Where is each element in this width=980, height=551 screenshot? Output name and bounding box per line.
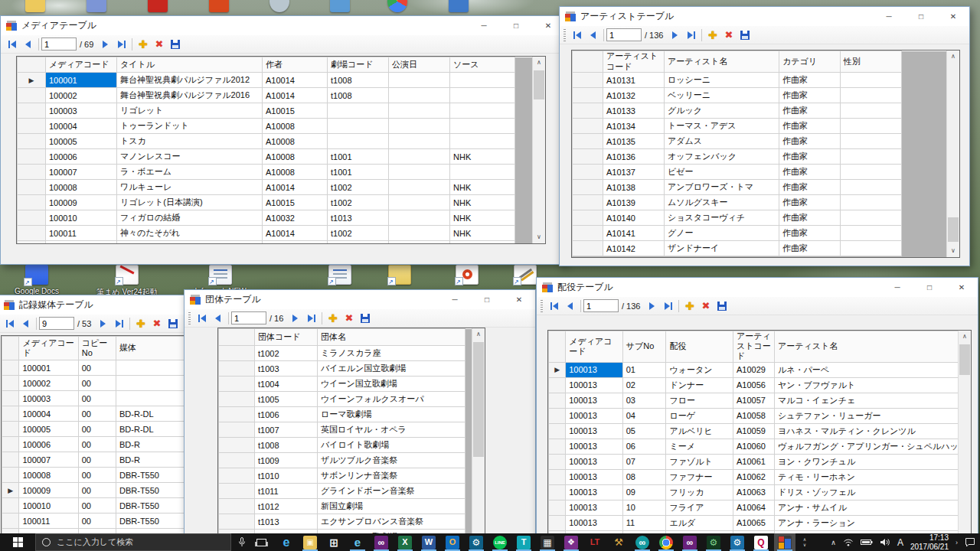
grid-cell[interactable]: A10132 [603,88,665,103]
move-next-button[interactable] [644,298,660,314]
grid-cell[interactable]: 作曲家 [779,149,841,165]
grid-cell[interactable]: 04 [622,408,666,423]
column-header[interactable]: メディアコード [46,57,117,73]
grid-cell[interactable]: フライア [666,500,733,515]
grid-cell[interactable]: 100003 [46,103,117,119]
grid-cell[interactable]: リゴレット(日本講演) [117,195,263,210]
titlebar[interactable]: メディアテーブル ─ □ ✕ [1,16,564,35]
grid-cell[interactable]: 作曲家 [779,165,841,180]
grid-cell[interactable]: t1013 [255,514,318,530]
grid-cell[interactable]: A10057 [733,393,774,408]
move-last-button[interactable] [113,37,129,52]
grid-cell[interactable]: A10135 [603,134,665,149]
grid-cell[interactable]: 06 [622,439,666,454]
save-button[interactable] [357,311,373,326]
grid-cell[interactable]: 作曲家 [779,226,841,241]
scrollbar-thumb[interactable] [948,217,959,242]
column-header[interactable]: アーティスト名 [775,331,971,363]
grid-cell[interactable]: ドンナー [666,377,733,393]
grid-cell[interactable]: 11 [622,515,666,530]
wifi-icon[interactable] [843,538,854,546]
column-header[interactable]: コピーNo [78,337,116,360]
disc-icon[interactable] [270,0,289,12]
grid-cell[interactable]: 100008 [19,468,78,483]
grid-cell[interactable]: ムソルグスキー [665,195,779,210]
taskbar-clock[interactable]: 17:13 2017/06/21 [910,533,949,551]
row-header[interactable] [2,452,19,468]
purple-app-taskbar-button[interactable]: ❖ [560,533,582,551]
internet-explorer-taskbar-button[interactable]: e [347,533,368,551]
move-last-button[interactable] [111,316,127,331]
row-header[interactable] [549,439,566,454]
grid-cell[interactable]: ウイーン国立歌劇場 [318,377,466,392]
grid-cell[interactable]: 作曲家 [779,88,841,103]
teal-app-taskbar-button[interactable]: T [513,533,534,551]
grid-cell[interactable] [841,226,902,241]
row-header[interactable] [2,422,19,437]
grid-cell[interactable] [389,149,450,165]
grid-cell[interactable]: t1002 [255,346,318,361]
add-new-button[interactable]: ✚ [132,316,149,331]
folder-icon[interactable] [25,0,45,12]
grid-cell[interactable]: ヴォルフガング・アプリンガー・シュペルハック [775,439,971,454]
gear-app-taskbar-button[interactable]: ⚙ [466,533,487,551]
grid-cell[interactable]: フロー [666,393,733,408]
grid-cell[interactable]: t1006 [255,407,318,422]
row-header[interactable] [549,484,566,500]
taskbar-overflow-arrows[interactable]: ∧∨ [798,533,812,551]
column-header[interactable]: ソース [450,57,515,73]
save-button[interactable] [167,37,183,52]
row-header[interactable] [549,393,566,408]
grid-cell[interactable]: A10014 [263,73,328,88]
row-header[interactable] [18,226,46,241]
grid-cell[interactable]: オッフェンバック [665,149,779,165]
grid-cell[interactable]: 舞台神聖祝典劇パルジファル2016 [117,88,263,103]
grid-cell[interactable] [389,226,450,241]
grid-cell[interactable]: t1009 [255,453,318,468]
grid-cell[interactable]: グラインドボーン音楽祭 [318,484,466,499]
grid-cell[interactable]: フィガロの結婚 [117,210,263,226]
grid-cell[interactable]: ワルキューレ [117,180,263,195]
row-header[interactable] [573,241,603,256]
grid-cell[interactable]: 100013 [566,377,622,393]
grid-cell[interactable]: ショスタコーヴィチ [665,210,779,226]
save-button[interactable] [165,316,181,331]
toolbar-grip[interactable] [541,300,543,312]
column-header[interactable]: 配役 [666,331,733,363]
grid-cell[interactable]: 100011 [19,514,78,529]
grid-cell[interactable]: 05 [622,423,666,439]
grid-cell[interactable]: t1002 [328,226,389,241]
grid-cell[interactable]: 07 [622,454,666,469]
grid-cell[interactable]: A10014 [263,180,328,195]
grid-cell[interactable]: ラ・ボエーム [117,165,263,180]
grid-cell[interactable] [841,134,902,149]
move-previous-button[interactable] [20,37,36,52]
grid-cell[interactable] [328,119,389,134]
row-header[interactable] [219,392,255,407]
grid-cell[interactable] [841,103,902,119]
row-header[interactable]: ▶ [18,73,46,88]
row-header[interactable] [573,149,603,165]
move-next-button[interactable] [97,37,113,52]
grid-cell[interactable]: ローマ歌劇場 [318,407,466,422]
row-header[interactable] [219,499,255,514]
grid-cell[interactable]: 100009 [46,195,117,210]
app-windows-blue-icon[interactable] [449,0,469,12]
grid-cell[interactable]: 00 [78,452,116,468]
speaker-icon[interactable] [880,538,890,546]
row-header[interactable] [573,226,603,241]
grid-cell[interactable]: 100001 [46,73,117,88]
delete-button[interactable]: ✖ [341,311,357,326]
file-explorer-taskbar-button[interactable]: ▣ [299,533,321,551]
row-header[interactable] [219,484,255,499]
task-view-button[interactable] [251,533,271,551]
grid-cell[interactable]: t1008 [328,88,389,103]
add-new-button[interactable]: ✚ [135,37,151,52]
save-button[interactable] [737,28,753,43]
grid-cell[interactable] [841,119,902,134]
grid-cell[interactable] [389,103,450,119]
row-header[interactable]: ▶ [2,483,19,498]
grid-cell[interactable]: サボンリンナ音楽祭 [318,468,466,484]
grid-cell[interactable]: 100013 [566,500,622,515]
grid-cell[interactable]: 100001 [19,360,78,376]
